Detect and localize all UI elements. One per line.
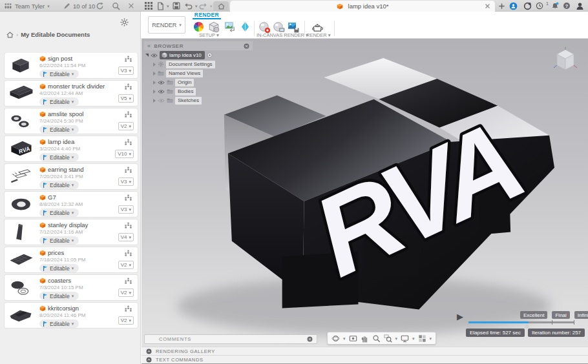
browser-node-label[interactable]: Document Settings (166, 61, 215, 68)
browser-header[interactable]: « BROWSER (144, 41, 253, 50)
text-commands-bar[interactable]: TEXT COMMANDS (142, 355, 588, 364)
browser-node[interactable]: Document Settings (144, 60, 253, 68)
render-viewport[interactable]: RVA « BROWSER lamp idea v10 Document Set… (142, 39, 588, 347)
share-people-icon[interactable] (124, 305, 132, 312)
alerts-button[interactable] (551, 0, 560, 12)
document-status-pill[interactable]: Editable▾ (39, 153, 79, 161)
document-status-pill[interactable]: Editable▾ (39, 208, 79, 217)
document-card[interactable]: kkritcorsign8/20/2024 11:46 PMEditable▾V… (5, 303, 138, 328)
browser-node[interactable]: Sketches (144, 96, 253, 105)
zoom-icon[interactable] (372, 334, 381, 343)
help-button[interactable]: ? (562, 0, 571, 12)
caret-down-icon[interactable]: ▾ (395, 336, 398, 341)
document-card[interactable]: prices7/18/2024 11:05 PMEditable▾V2▾ (5, 247, 138, 272)
document-name[interactable]: prices (48, 249, 64, 256)
document-status-pill[interactable]: Editable▾ (39, 264, 79, 272)
document-status-pill[interactable]: Editable▾ (39, 97, 79, 106)
share-people-icon[interactable] (124, 111, 132, 118)
browser-node[interactable]: Named Views (144, 69, 253, 77)
appearance-icon[interactable] (193, 21, 204, 32)
user-avatar[interactable] (575, 0, 585, 12)
share-people-icon[interactable] (124, 167, 132, 174)
render-quality-slider[interactable] (468, 321, 574, 323)
document-name[interactable]: coasters (48, 277, 71, 284)
document-card[interactable]: stanley display7/12/2024 1:16 AMEditable… (5, 219, 138, 245)
rendering-gallery-bar[interactable]: RENDERING GALLERY (142, 347, 588, 355)
document-name[interactable]: monster truck divider (48, 83, 105, 90)
orbit-icon[interactable] (331, 334, 340, 343)
view-cube[interactable] (553, 46, 578, 74)
document-version-chip[interactable]: V2▾ (118, 288, 134, 297)
share-people-icon[interactable] (124, 222, 132, 229)
expand-panel-icon[interactable] (146, 357, 152, 363)
browser-node[interactable]: Origin (144, 78, 253, 86)
texture-map-icon[interactable] (224, 21, 236, 32)
document-name[interactable]: sign post (48, 55, 72, 62)
document-card[interactable]: monster truck divider4/2/2024 12:44 AMEd… (5, 81, 138, 106)
render-play-button[interactable]: ▶ (457, 312, 463, 321)
caret-down-icon[interactable]: ▾ (412, 336, 415, 341)
collapsed-arrow-icon[interactable] (153, 90, 156, 94)
browser-node-label[interactable]: Sketches (175, 97, 202, 105)
document-name[interactable]: G7 (48, 194, 56, 201)
browser-node[interactable]: Bodies (144, 87, 253, 96)
caret-down-icon[interactable]: ▾ (343, 336, 346, 341)
document-name[interactable]: earring stand (48, 166, 83, 173)
share-people-icon[interactable] (124, 278, 132, 285)
pan-hand-icon[interactable] (361, 334, 369, 343)
breadcrumb[interactable]: › My Editable Documents (6, 31, 90, 38)
document-card[interactable]: earring stand7/20/2024 3:41 PMEditable▾V… (5, 164, 138, 189)
expanded-arrow-icon[interactable] (145, 54, 149, 57)
job-status-button[interactable] (509, 0, 518, 12)
display-settings-icon[interactable] (401, 334, 409, 343)
browser-node-label[interactable]: Named Views (166, 70, 203, 77)
document-version-chip[interactable]: V2▾ (118, 261, 134, 269)
collapse-panel-icon[interactable]: « (147, 43, 151, 49)
share-people-icon[interactable] (124, 194, 132, 201)
refresh-button[interactable] (95, 0, 104, 12)
browser-node-label[interactable]: Origin (175, 79, 194, 86)
document-version-chip[interactable]: V3▾ (118, 177, 134, 186)
comments-bar[interactable]: COMMENTS (144, 334, 317, 344)
settings-gear-icon[interactable] (120, 18, 129, 26)
home-icon[interactable] (6, 32, 14, 38)
document-name[interactable]: kkritcorsign (48, 305, 79, 312)
notifications-button[interactable]: 1 (536, 0, 549, 12)
tab-close-icon[interactable] (485, 3, 490, 9)
expand-panel-icon[interactable] (146, 349, 152, 354)
search-button[interactable] (111, 0, 120, 12)
document-status-pill[interactable]: Editable▾ (39, 70, 79, 78)
decal-icon[interactable] (240, 21, 250, 32)
document-status-pill[interactable]: Editable▾ (39, 292, 79, 300)
document-version-chip[interactable]: V10▾ (115, 150, 134, 158)
redo-button[interactable]: ▾ (199, 0, 213, 12)
document-version-chip[interactable]: V3▾ (118, 205, 134, 214)
capture-image-icon[interactable] (288, 21, 299, 33)
document-card[interactable]: G78/8/2024 12:32 AMEditable▾V3▾ (5, 192, 138, 217)
document-card[interactable]: coasters7/3/2024 10:15 PMEditable▾V2▾ (5, 275, 138, 300)
share-people-icon[interactable] (124, 139, 132, 146)
new-tab-button[interactable] (497, 0, 506, 12)
document-card[interactable]: amslite spool7/24/2024 5:30 PMEditable▾V… (5, 108, 138, 134)
document-card[interactable]: sign post6/22/2024 11:54 PMEditable▾V3▾ (5, 53, 138, 78)
browser-root-node[interactable]: lamp idea v10 (144, 51, 253, 59)
document-status-pill[interactable]: Editable▾ (39, 125, 79, 134)
scene-settings-icon[interactable] (208, 21, 220, 33)
file-menu-button[interactable]: ▾ (157, 0, 169, 12)
close-panel-button[interactable] (127, 0, 135, 12)
collapsed-arrow-icon[interactable] (153, 72, 156, 76)
document-name[interactable]: stanley display (48, 221, 88, 228)
grid-layout-icon[interactable] (418, 334, 426, 343)
caret-down-icon[interactable]: ▾ (430, 336, 432, 341)
ribbon-tab-render[interactable]: RENDER (193, 12, 220, 18)
visibility-eye-icon[interactable] (158, 89, 165, 94)
slider-marker-icon[interactable]: △ (525, 323, 529, 329)
visibility-eye-icon[interactable] (158, 98, 165, 103)
visibility-eye-icon[interactable] (158, 80, 165, 85)
share-people-icon[interactable] (124, 56, 132, 63)
document-name[interactable]: amslite spool (48, 110, 83, 117)
visibility-eye-icon[interactable] (151, 53, 158, 58)
document-tab[interactable]: lamp idea v10* (230, 1, 495, 12)
app-grid-button[interactable] (144, 0, 153, 12)
share-people-icon[interactable] (124, 250, 132, 257)
